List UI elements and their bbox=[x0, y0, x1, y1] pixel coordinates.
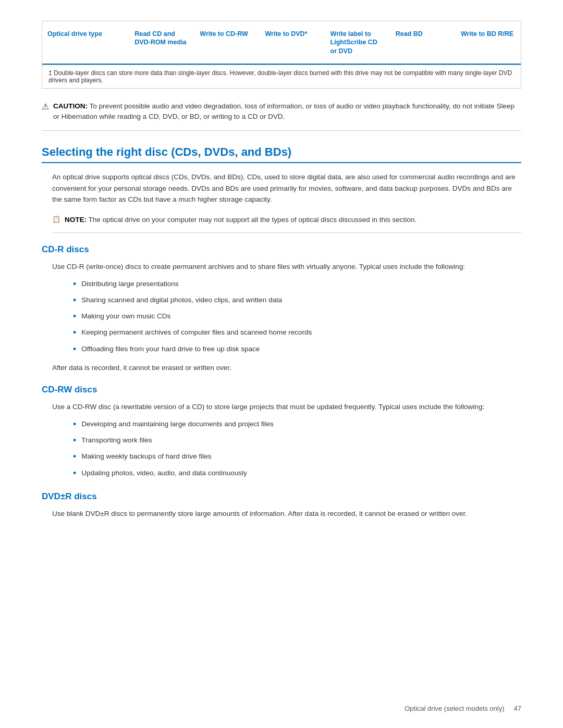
caution-body: To prevent possible audio and video degr… bbox=[53, 102, 515, 120]
table-footnote: ‡ Double-layer discs can store more data… bbox=[42, 65, 521, 88]
bullet-icon: • bbox=[73, 310, 76, 323]
cdrw-bullet-3: Making weekly backups of hard drive file… bbox=[81, 451, 211, 462]
col-write-bd: Write to BD R/RE bbox=[456, 27, 521, 58]
intro-paragraph: An optical drive supports optical discs … bbox=[52, 171, 521, 205]
list-item: • Updating photos, video, audio, and dat… bbox=[73, 468, 521, 480]
list-item: • Making your own music CDs bbox=[73, 311, 521, 323]
caution-section: ⚠ CAUTION: To prevent possible audio and… bbox=[42, 101, 521, 131]
list-item: • Offloading files from your hard drive … bbox=[73, 344, 521, 356]
col-write-cdrw: Write to CD-RW bbox=[194, 27, 260, 58]
footer-page: 47 bbox=[514, 705, 521, 712]
cdrw-bullet-2: Transporting work files bbox=[81, 435, 152, 446]
list-item: • Keeping permanent archives of computer… bbox=[73, 327, 521, 339]
list-item: • Sharing scanned and digital photos, vi… bbox=[73, 295, 521, 307]
cdr-bullet-1: Distributing large presentations bbox=[81, 279, 178, 289]
footer: Optical drive (select models only) 47 bbox=[405, 705, 521, 712]
note-label: NOTE: bbox=[65, 216, 87, 224]
cdr-intro: Use CD-R (write-once) discs to create pe… bbox=[52, 261, 521, 273]
caution-label: CAUTION: bbox=[53, 102, 88, 110]
dvdr-intro: Use blank DVD±R discs to permanently sto… bbox=[52, 508, 521, 520]
cdr-bullet-list: • Distributing large presentations • Sha… bbox=[73, 279, 521, 356]
col-read-cd-dvd: Read CD and DVD-ROM media bbox=[129, 27, 194, 58]
list-item: • Distributing large presentations bbox=[73, 279, 521, 291]
bullet-icon: • bbox=[73, 418, 76, 431]
list-item: • Making weekly backups of hard drive fi… bbox=[73, 451, 521, 463]
col-write-dvd: Write to DVD* bbox=[260, 27, 325, 58]
optical-drive-table: Optical drive type Read CD and DVD-ROM m… bbox=[42, 21, 521, 89]
cdrw-bullet-list: • Developing and maintaining large docum… bbox=[73, 419, 521, 480]
cdrw-bullet-1: Developing and maintaining large documen… bbox=[81, 419, 273, 429]
table-header-row: Optical drive type Read CD and DVD-ROM m… bbox=[42, 21, 521, 65]
cdr-bullet-5: Offloading files from your hard drive to… bbox=[81, 344, 260, 354]
cdr-after-text: After data is recorded, it cannot be era… bbox=[52, 362, 521, 374]
col-write-lightscribe: Write label to LightScribe CD or DVD bbox=[325, 27, 390, 58]
note-section: 📋 NOTE: The optical drive on your comput… bbox=[52, 215, 521, 233]
note-body: The optical drive on your computer may n… bbox=[89, 216, 417, 224]
cdrw-bullet-4: Updating photos, video, audio, and data … bbox=[81, 468, 247, 478]
bullet-icon: • bbox=[73, 434, 76, 447]
col-optical-drive-type: Optical drive type bbox=[42, 27, 129, 58]
cdr-bullet-4: Keeping permanent archives of computer f… bbox=[81, 327, 312, 338]
caution-icon: ⚠ bbox=[42, 102, 49, 112]
cdr-heading: CD-R discs bbox=[42, 244, 521, 255]
col-read-bd: Read BD bbox=[390, 27, 456, 58]
cdr-bullet-2: Sharing scanned and digital photos, vide… bbox=[81, 295, 282, 305]
caution-text: CAUTION: To prevent possible audio and v… bbox=[53, 101, 521, 122]
bullet-icon: • bbox=[73, 278, 76, 291]
list-item: • Developing and maintaining large docum… bbox=[73, 419, 521, 431]
bullet-icon: • bbox=[73, 294, 76, 307]
cdrw-heading: CD-RW discs bbox=[42, 385, 521, 395]
main-heading: Selecting the right disc (CDs, DVDs, and… bbox=[42, 145, 521, 163]
bullet-icon: • bbox=[73, 326, 76, 339]
bullet-icon: • bbox=[73, 467, 76, 480]
cdr-bullet-3: Making your own music CDs bbox=[81, 311, 170, 322]
list-item: • Transporting work files bbox=[73, 435, 521, 447]
bullet-icon: • bbox=[73, 343, 76, 356]
note-text: NOTE: The optical drive on your computer… bbox=[65, 215, 417, 225]
dvdr-heading: DVD±R discs bbox=[42, 491, 521, 502]
bullet-icon: • bbox=[73, 450, 76, 463]
footer-text: Optical drive (select models only) bbox=[405, 705, 504, 712]
cdrw-intro: Use a CD-RW disc (a rewritable version o… bbox=[52, 401, 521, 413]
note-icon: 📋 bbox=[52, 215, 60, 223]
